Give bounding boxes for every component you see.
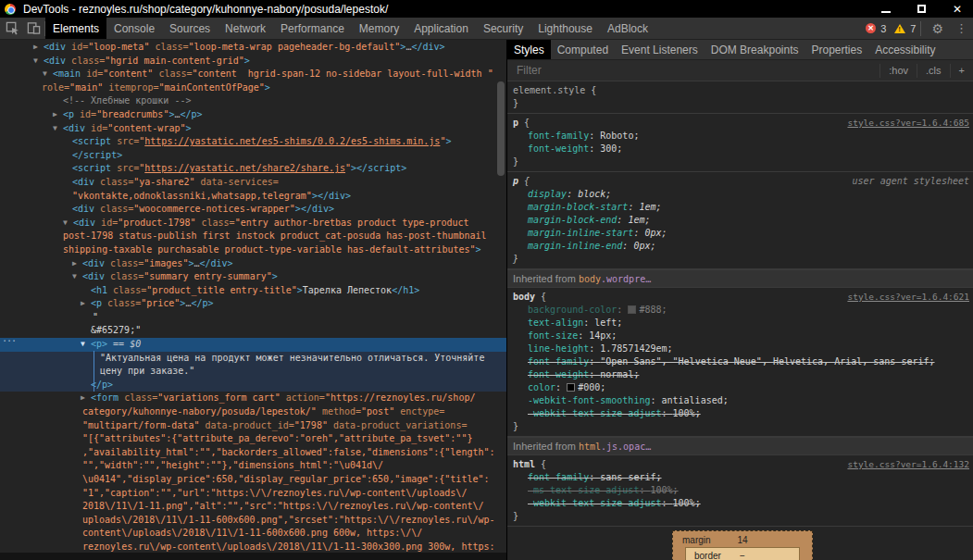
tab-network[interactable]: Network <box>218 18 273 39</box>
new-style-rule-button[interactable]: + <box>950 64 973 78</box>
tree-node-line[interactable]: "","width":"","height":""},"dimensions_h… <box>0 459 506 473</box>
pseudo-state-button[interactable]: :hov <box>879 64 917 78</box>
css-declaration[interactable]: margin-block-start: 1em; <box>513 201 969 214</box>
rule-selector[interactable]: p <box>513 118 518 128</box>
css-declaration[interactable]: font-weight: normal; <box>513 368 969 381</box>
expand-arrow-icon[interactable]: ▶ <box>81 392 85 405</box>
tree-node-line[interactable]: ▶<div class="images">…</div> <box>0 257 506 271</box>
stylesheet-link[interactable]: style.css?ver=1.6.4:685 <box>847 117 969 130</box>
expand-arrow-icon[interactable]: ▶ <box>33 41 38 55</box>
tree-node-line[interactable]: цену при заказе." <box>0 365 506 379</box>
collapse-arrow-icon[interactable]: ▼ <box>72 270 77 284</box>
tree-node-line[interactable]: "[{"attributes":{"attribute_pa_derevo":"… <box>0 432 506 446</box>
css-declaration[interactable]: color: #000; <box>513 381 969 394</box>
tree-node-line[interactable]: <script src="https://yastatic.net/share2… <box>0 162 506 176</box>
css-declaration[interactable]: margin-block-end: 1em; <box>513 214 969 227</box>
inherited-node-link[interactable]: html <box>579 442 601 452</box>
warning-count[interactable]: 7 <box>910 23 916 34</box>
color-swatch[interactable] <box>628 305 636 314</box>
expand-arrow-icon[interactable]: ▶ <box>72 257 77 271</box>
rule-selector[interactable]: element.style <box>513 85 585 95</box>
settings-gear-icon[interactable]: ⚙ <box>926 21 949 36</box>
stylesheet-link[interactable]: style.css?ver=1.6.4:132 <box>847 458 969 471</box>
box-model-margin-top-value[interactable]: 14 <box>673 535 812 545</box>
tree-node-line[interactable]: "1","caption":"","url":"https:\/\/reznoy… <box>0 487 506 501</box>
tab-lighthouse[interactable]: Lighthouse <box>530 18 600 39</box>
tree-node-line[interactable]: ▶<form class="variations_form cart" acti… <box>0 392 506 405</box>
tab-elements[interactable]: Elements <box>45 18 106 39</box>
tab-console[interactable]: Console <box>106 18 162 39</box>
collapse-arrow-icon[interactable]: ▼ <box>81 338 85 352</box>
tree-node-line[interactable]: uploads\/2018\/11\/1-11-600x600.png","sr… <box>0 514 506 528</box>
expand-arrow-icon[interactable]: ▶ <box>53 108 57 122</box>
tree-node-line[interactable]: ▶<p id="breadcrumbs">…</p> <box>0 108 506 122</box>
styles-tab-accessibility[interactable]: Accessibility <box>868 40 942 59</box>
inspect-element-icon[interactable] <box>6 21 19 35</box>
tree-node-line[interactable]: ▼<main id="content" class="content hgrid… <box>0 68 506 81</box>
css-declaration[interactable]: display: block; <box>513 188 969 201</box>
tree-node-line[interactable]: ▼<div id="product-1798" class="entry aut… <box>0 217 506 230</box>
styles-tab-dom-breakpoints[interactable]: DOM Breakpoints <box>705 40 805 59</box>
tree-node-line[interactable]: 2018\/11\/1-11.png","alt":"","src":"http… <box>0 500 506 514</box>
tree-node-line[interactable]: <h1 class="product_title entry-title">Та… <box>0 284 506 298</box>
css-declaration[interactable]: font-size: 14px; <box>513 330 969 342</box>
css-declaration[interactable]: font-weight: 300; <box>513 143 969 156</box>
css-declaration[interactable]: margin-inline-start: 0px; <box>513 227 969 240</box>
css-declaration[interactable]: -ms-text-size-adjust: 100%; <box>513 484 969 497</box>
tree-node-line[interactable]: " <box>0 311 506 325</box>
tree-node-line[interactable]: </script> <box>0 149 506 163</box>
collapse-arrow-icon[interactable]: ▼ <box>63 217 68 230</box>
tree-node-line[interactable]: ▼<div class="hgrid main-content-grid"> <box>0 55 506 68</box>
css-declaration[interactable]: background-color: #888; <box>513 304 969 317</box>
rule-selector[interactable]: body <box>513 292 535 302</box>
css-declaration[interactable]: font-family: sans-serif; <box>513 471 969 484</box>
tree-node-line[interactable]: shipping-taxable purchasable product-typ… <box>0 243 506 257</box>
tree-node-line[interactable]: <div class="woocommerce-notices-wrapper"… <box>0 203 506 217</box>
tree-node-line[interactable]: <!-- Хлебные крошки --> <box>0 94 506 108</box>
tab-adblock[interactable]: AdBlock <box>600 18 655 39</box>
styles-tab-styles[interactable]: Styles <box>507 40 551 59</box>
color-swatch[interactable] <box>567 383 575 392</box>
inherited-node-link[interactable]: body <box>579 274 601 284</box>
tree-node-line[interactable]: \u0414","display_price":650,"display_reg… <box>0 473 506 487</box>
tree-node-line[interactable]: ▼<div class="summary entry-summary"> <box>0 270 506 284</box>
minimize-button[interactable] <box>881 11 891 13</box>
collapse-arrow-icon[interactable]: ▼ <box>33 55 38 68</box>
css-declaration[interactable]: margin-inline-end: 0px; <box>513 240 969 253</box>
tab-security[interactable]: Security <box>476 18 530 39</box>
close-button[interactable]: ✕ <box>953 4 962 15</box>
rule-selector[interactable]: p <box>513 176 518 186</box>
styles-tab-event-listeners[interactable]: Event Listeners <box>615 40 705 59</box>
css-declaration[interactable]: -webkit-text-size-adjust: 100%; <box>513 497 969 510</box>
tree-node-line[interactable]: ,"availability_html":"","backorders_allo… <box>0 446 506 460</box>
tree-node-line[interactable]: "vkontakte,odnoklassniki,whatsapp,telegr… <box>0 190 506 204</box>
collapse-arrow-icon[interactable]: ▼ <box>53 122 57 136</box>
node-options-dots-icon[interactable]: ··· <box>2 338 16 349</box>
maximize-button[interactable] <box>917 5 926 13</box>
tree-node-line[interactable]: </p> <box>0 379 506 392</box>
css-declaration[interactable]: text-align: left; <box>513 317 969 330</box>
expand-arrow-icon[interactable]: ▶ <box>81 297 85 311</box>
tree-node-line[interactable]: ▼<div id="content-wrap"> <box>0 122 506 136</box>
tree-node-line[interactable]: content\/uploads\/2018\/11\/1-11-600x600… <box>0 527 506 541</box>
stylesheet-link[interactable]: style.css?ver=1.6.4:621 <box>847 291 969 304</box>
device-toolbar-icon[interactable] <box>27 21 41 35</box>
kebab-menu-icon[interactable]: ⋮ <box>954 21 969 35</box>
tree-node-line[interactable]: <script src="https://yastatic.net/es5-sh… <box>0 135 506 149</box>
tree-node-line[interactable]: category/kuhonnye-nabory/posuda/lepestok… <box>0 405 506 419</box>
css-declaration[interactable]: line-height: 1.78571429em; <box>513 342 969 355</box>
tab-application[interactable]: Application <box>406 18 476 39</box>
tree-node-line[interactable]: &#65279;" <box>0 324 506 338</box>
tree-node-line[interactable]: post-1798 status-publish first instock p… <box>0 230 506 243</box>
error-badge-icon[interactable]: ✕ <box>866 23 876 33</box>
styles-tab-properties[interactable]: Properties <box>805 40 868 59</box>
class-toggle-button[interactable]: .cls <box>917 64 950 78</box>
tree-node-line[interactable]: ▶<p class="price">…</p> <box>0 297 506 311</box>
tree-node-line[interactable]: "multipart/form-data" data-product_id="1… <box>0 419 506 433</box>
warning-badge-icon[interactable]: ! <box>894 24 905 33</box>
tree-node-line[interactable]: ▼···<p> == $0 <box>0 338 506 352</box>
css-declaration[interactable]: -webkit-text-size-adjust: 100%; <box>513 407 969 420</box>
tree-node-line[interactable]: role="main" itemprop="mainContentOfPage"… <box>0 81 506 95</box>
styles-tab-computed[interactable]: Computed <box>551 40 615 59</box>
tree-node-line[interactable]: "Актуальная цена на продукт может незнач… <box>0 352 506 366</box>
